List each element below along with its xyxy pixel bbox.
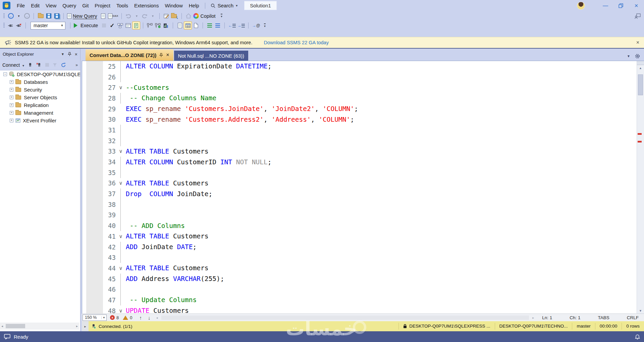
- intellisense-toggle-button[interactable]: [132, 21, 140, 30]
- tab-not-null[interactable]: Not Null.sql ...NO ZONE (63)): [174, 51, 249, 61]
- collapse-box-icon[interactable]: −: [3, 72, 7, 76]
- code-line[interactable]: 26: [82, 72, 637, 82]
- grip-icon[interactable]: [3, 13, 5, 19]
- splitter-handle[interactable]: [637, 61, 644, 65]
- scroll-up-icon[interactable]: ▲: [637, 65, 644, 71]
- user-avatar[interactable]: [577, 2, 585, 10]
- comment-button[interactable]: [206, 21, 214, 30]
- scrollbar-thumb[interactable]: [6, 324, 25, 328]
- code-line[interactable]: 38: [82, 199, 637, 210]
- toolbar-overflow-button[interactable]: ▾: [218, 12, 226, 20]
- redo-button[interactable]: [141, 12, 149, 20]
- menu-view[interactable]: View: [43, 1, 59, 10]
- code-line[interactable]: 47 -- Update Columns: [82, 295, 637, 305]
- disconnect-plug-icon[interactable]: [36, 63, 42, 67]
- code-line[interactable]: 44∨ALTER TABLE Customers: [82, 263, 637, 274]
- refresh-icon[interactable]: [61, 62, 66, 68]
- code-text[interactable]: EXEC sp_rename 'Customers.JoinDate', 'Jo…: [126, 105, 358, 113]
- code-line[interactable]: 31: [82, 125, 637, 135]
- code-line[interactable]: 42ADD JoinDate DATE;: [82, 242, 637, 252]
- copilot-home-button[interactable]: [184, 12, 193, 20]
- code-line[interactable]: 29EXEC sp_rename 'Customers.JoinDate', '…: [82, 104, 637, 114]
- decrease-indent-button[interactable]: ←: [227, 21, 236, 30]
- code-line[interactable]: 35: [82, 167, 637, 178]
- fold-margin[interactable]: ∨: [116, 305, 126, 314]
- new-connection-query-button[interactable]: [99, 12, 107, 20]
- open-file-button[interactable]: [37, 12, 45, 20]
- expand-box-icon[interactable]: +: [10, 111, 13, 115]
- hscroll-right-icon[interactable]: ▸: [532, 316, 534, 320]
- tree-item-server[interactable]: − DESKTOP-Q0P7UM1\SQLEXPR: [0, 70, 80, 78]
- query-options-button[interactable]: [124, 21, 132, 30]
- code-line[interactable]: 36∨ALTER TABLE Customers: [82, 178, 637, 189]
- feedback-bubble-icon[interactable]: [4, 334, 10, 339]
- tab-convert-data[interactable]: Convert Data...O ZONE (72)) ×: [86, 49, 173, 61]
- fold-margin[interactable]: [116, 199, 126, 210]
- code-text[interactable]: ADD Address VARCHAR(255);: [126, 275, 224, 283]
- next-issue-icon[interactable]: ↓: [148, 315, 151, 321]
- fold-margin[interactable]: [116, 274, 126, 284]
- expand-box-icon[interactable]: +: [10, 80, 13, 84]
- code-text[interactable]: ADD JoinDate DATE;: [126, 243, 197, 251]
- pin-icon[interactable]: [159, 53, 163, 57]
- gear-icon[interactable]: [635, 54, 640, 59]
- fold-margin[interactable]: [116, 93, 126, 104]
- previous-issue-icon[interactable]: ↑: [139, 315, 142, 321]
- hscroll-left-icon[interactable]: ◂: [156, 316, 158, 320]
- tree-item-management[interactable]: + Management: [0, 109, 80, 117]
- editor-vscrollbar[interactable]: ▲ ▼: [637, 61, 644, 314]
- expand-box-icon[interactable]: +: [10, 103, 13, 107]
- execute-button[interactable]: Execute: [73, 21, 100, 30]
- notification-link[interactable]: Download SSMS 22 GA today: [264, 40, 328, 45]
- toolbar-overflow-button[interactable]: ▾: [261, 21, 269, 30]
- code-line[interactable]: 34ALTER COLUMN CustomerID INT NOT NULL;: [82, 157, 637, 167]
- code-line[interactable]: 27∨--Customers: [82, 82, 637, 93]
- fold-margin[interactable]: ∨: [116, 82, 126, 93]
- menu-git[interactable]: Git: [79, 1, 92, 10]
- overflow-chevrons-icon[interactable]: »: [75, 63, 78, 67]
- code-text[interactable]: -- Change Columns Name: [126, 94, 216, 102]
- scrollbar-thumb[interactable]: [638, 74, 643, 95]
- code-line[interactable]: 33∨ALTER TABLE Customers: [82, 146, 637, 157]
- fold-margin[interactable]: [116, 135, 126, 146]
- grip-icon[interactable]: [3, 23, 5, 28]
- menu-query[interactable]: Query: [59, 1, 79, 10]
- increase-indent-button[interactable]: →: [236, 21, 246, 30]
- navigate-back-dropdown[interactable]: ▾: [15, 12, 23, 20]
- connect-button[interactable]: [7, 21, 15, 30]
- tree-item-databases[interactable]: + Databases: [0, 78, 80, 86]
- bell-icon[interactable]: [635, 334, 640, 340]
- cancel-query-button[interactable]: [100, 21, 108, 30]
- menu-file[interactable]: File: [14, 1, 28, 10]
- connect-dropdown[interactable]: Connect ▾: [2, 62, 24, 68]
- fold-margin[interactable]: [116, 157, 126, 167]
- code-text[interactable]: -- ADD Columns: [126, 222, 185, 230]
- expander-icon[interactable]: ▸: [82, 321, 89, 331]
- code-text[interactable]: EXEC sp_rename 'Customers.Address2', 'Ad…: [126, 116, 354, 123]
- code-text[interactable]: ALTER TABLE Customers: [126, 148, 209, 155]
- tabs-indicator[interactable]: TABS: [598, 315, 609, 320]
- fold-margin[interactable]: [116, 284, 126, 295]
- fold-margin[interactable]: [116, 295, 126, 305]
- fold-margin[interactable]: [116, 104, 126, 114]
- code-text[interactable]: ALTER TABLE Customers: [126, 179, 209, 187]
- scroll-down-icon[interactable]: ▼: [637, 308, 644, 314]
- fold-margin[interactable]: [116, 72, 126, 82]
- undo-dropdown[interactable]: ▾: [132, 12, 141, 20]
- fold-margin[interactable]: [116, 220, 126, 231]
- navigate-forward-button[interactable]: →: [23, 12, 31, 20]
- code-text[interactable]: --Customers: [126, 84, 169, 92]
- redo-dropdown[interactable]: ▾: [149, 12, 157, 20]
- expand-box-icon[interactable]: +: [10, 119, 13, 122]
- warning-icon[interactable]: [123, 316, 128, 320]
- database-segment[interactable]: master: [572, 323, 595, 330]
- code-line[interactable]: 48∨UPDATE Customers: [82, 305, 637, 314]
- code-text[interactable]: Drop COLUMN JoinDate;: [126, 190, 212, 198]
- close-icon[interactable]: ×: [75, 52, 77, 57]
- code-line[interactable]: 43: [82, 252, 637, 263]
- code-line[interactable]: 37Drop COLUMN JoinDate;: [82, 188, 637, 199]
- database-dropdown[interactable]: master ▼: [31, 22, 65, 30]
- active-files-icon[interactable]: ▼: [627, 54, 630, 58]
- fold-margin[interactable]: [116, 167, 126, 178]
- solution-badge[interactable]: Solution1: [244, 1, 277, 10]
